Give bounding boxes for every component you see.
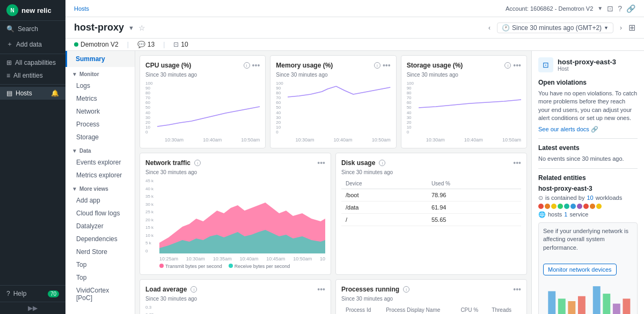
load-panel-menu[interactable]: ••• [317, 285, 325, 294]
cpu-panel: CPU usage (%) i ••• Since 30 minutes ago… [140, 55, 266, 148]
time-range-selector[interactable]: 🕐 Since 30 minutes ago (GMT+2) ▼ [497, 23, 613, 33]
agent-icon: 💬 [137, 41, 145, 48]
nav-item-network[interactable]: Network [65, 105, 135, 118]
nav-item-logs[interactable]: Logs [65, 79, 135, 92]
service-count[interactable]: 1 [564, 211, 567, 218]
link-icon: 🔗 [626, 4, 635, 13]
disk-panel-title: Disk usage [341, 159, 375, 167]
processes-panel-menu[interactable]: ••• [513, 285, 521, 294]
account-label: Account: 1606862 - Demotron V2 [506, 5, 593, 12]
separator-2: | [163, 41, 165, 48]
network-panel-subtitle: Since 30 minutes ago [145, 169, 325, 175]
star-icon[interactable]: ☆ [138, 24, 145, 32]
latest-events-title: Latest events [538, 144, 638, 152]
cpu-panel-subtitle: Since 30 minutes ago [145, 72, 260, 78]
main-content: Hosts Account: 1606862 - Demotron V2 ▼ ⊡… [65, 0, 644, 314]
nav-item-storage[interactable]: Storage [65, 131, 135, 144]
agent-count: 💬 13 [137, 41, 155, 48]
data-section-label: Data [79, 148, 91, 154]
network-info-icon[interactable]: i [194, 160, 201, 166]
search-button[interactable]: 🔍 Search [0, 21, 65, 37]
storage-panel-header: Storage usage (%) i ••• [407, 61, 521, 70]
memory-info-icon[interactable]: i [374, 62, 380, 69]
prev-icon[interactable]: ‹ [488, 24, 491, 32]
nav-item-top-1[interactable]: Top [65, 258, 135, 271]
status-dot-green [74, 42, 78, 47]
nav-item-vividcortex[interactable]: VividCortex [PoC] [65, 284, 135, 304]
globe-icon: 🌐 [538, 211, 546, 218]
wdot-10 [596, 204, 602, 209]
sidebar-help[interactable]: ? Help 70 [0, 285, 65, 302]
sidebar-item-hosts[interactable]: ▤ Hosts 🔔 [0, 87, 65, 100]
chevron-down-data-icon: ▼ [72, 148, 77, 154]
nav-item-cloud-flow-logs[interactable]: Cloud flow logs [65, 207, 135, 220]
nav-item-add-app[interactable]: Add app [65, 194, 135, 207]
cpu-info-icon[interactable]: i [244, 62, 250, 69]
nav-item-datalyzer[interactable]: Datalyzer [65, 220, 135, 233]
sidebar-logo: N new relic [0, 0, 65, 21]
table-row: /data 61.94 [341, 201, 521, 214]
network-panel: Network traffic i ••• Since 30 minutes a… [140, 153, 331, 275]
wdot-1 [538, 204, 544, 209]
more-views-section-header[interactable]: ▼ More views [65, 182, 135, 194]
nav-item-metrics-explorer[interactable]: Metrics explorer [65, 169, 135, 182]
receive-legend-label: Receive bytes per second [235, 264, 290, 269]
nav-item-metrics[interactable]: Metrics [65, 92, 135, 105]
storage-info-icon[interactable]: i [504, 62, 511, 69]
data-section-header[interactable]: ▼ Data [65, 144, 135, 156]
notification-icon: 🔔 [51, 89, 59, 97]
next-icon[interactable]: › [620, 24, 622, 32]
cpu-panel-menu[interactable]: ••• [252, 61, 260, 70]
svg-rect-7 [603, 294, 610, 314]
memory-panel-header: Memory usage (%) i ••• [276, 61, 390, 70]
summary-tab[interactable]: Summary [65, 51, 135, 67]
disk-used-1: 78.96 [427, 189, 521, 201]
breadcrumb[interactable]: Hosts [74, 5, 89, 12]
page-title-bar: host-proxy ▼ ☆ ‹ 🕐 Since 30 minutes ago … [65, 17, 644, 39]
nav-item-dependencies[interactable]: Dependencies [65, 233, 135, 245]
network-x-labels: 10:25am10:30am10:35am10:40am10:45am10:50… [145, 256, 325, 261]
chevron-down-more-icon: ▼ [72, 186, 77, 192]
load-info-icon[interactable]: i [191, 286, 197, 293]
disk-panel-menu[interactable]: ••• [513, 159, 521, 167]
svg-rect-4 [568, 301, 575, 314]
chevron-down-icon-title[interactable]: ▼ [128, 25, 134, 31]
monitor-section-header[interactable]: ▼ Monitor [65, 67, 135, 79]
time-range-label: Since 30 minutes ago (GMT+2) [512, 24, 602, 32]
disk-col-device: Device [341, 178, 427, 189]
processes-panel-subtitle: Since 30 minutes ago [341, 296, 521, 302]
storage-panel-subtitle: Since 30 minutes ago [407, 72, 521, 78]
network-box-text: See if your underlying network is affect… [543, 228, 628, 251]
nav-item-process[interactable]: Process [65, 118, 135, 131]
disk-info-icon[interactable]: i [379, 160, 385, 166]
storage-panel-menu[interactable]: ••• [513, 61, 521, 70]
rp-host-name: host-proxy-east-3 [558, 58, 616, 66]
chevron-down-monitor-icon: ▼ [72, 71, 77, 77]
workloads-count[interactable]: 10 [587, 195, 593, 201]
nav-item-events-explorer[interactable]: Events explorer [65, 156, 135, 169]
load-panel: Load average i ••• Since 30 minutes ago … [140, 279, 331, 314]
rp-host-info: ⊡ host-proxy-east-3 Host [538, 57, 638, 72]
rp-host-details: host-proxy-east-3 Host [558, 58, 616, 72]
see-alerts-link[interactable]: See our alerts docs 🔗 [538, 126, 638, 133]
memory-panel-subtitle: Since 30 minutes ago [276, 72, 390, 78]
help-badge: 70 [48, 290, 59, 297]
monitor-network-button[interactable]: Monitor network devices [543, 264, 617, 275]
collapse-icon[interactable]: ▶▶ [28, 304, 38, 312]
sidebar-item-all-entities[interactable]: ≡ All entities [0, 69, 65, 82]
related-entity-name[interactable]: host-proxy-east-3 [538, 185, 638, 192]
wdot-5 [564, 204, 569, 209]
chevron-down-icon[interactable]: ▼ [597, 5, 603, 11]
disk-panel: Disk usage i ••• Since 30 minutes ago De… [335, 153, 527, 275]
sidebar-item-all-capabilities[interactable]: ⊞ All capabilities [0, 56, 65, 69]
hosts-label: Hosts [16, 89, 32, 97]
nav-item-nerd-store[interactable]: Nerd Store [65, 245, 135, 258]
nav-item-top-2[interactable]: Top [65, 271, 135, 284]
network-panel-menu[interactable]: ••• [317, 159, 325, 167]
processes-info-icon[interactable]: i [403, 286, 409, 293]
memory-panel-menu[interactable]: ••• [383, 61, 391, 70]
transmit-legend-label: Transmit bytes per second [165, 264, 222, 269]
sidebar-item-add-data[interactable]: ＋ Add data [0, 37, 65, 51]
grid-view-icon[interactable]: ⊞ [628, 23, 635, 33]
all-capabilities-label: All capabilities [15, 59, 56, 66]
